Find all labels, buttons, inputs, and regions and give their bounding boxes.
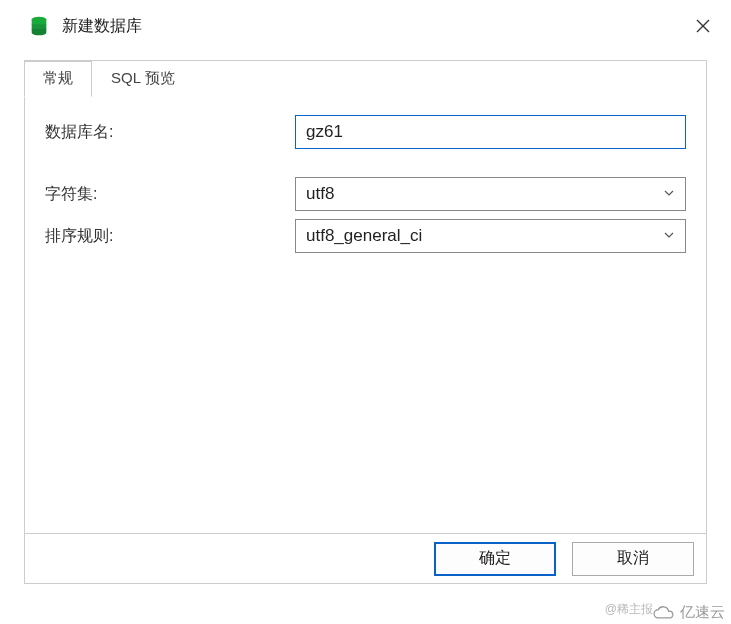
tabstrip: 常规 SQL 预览 bbox=[24, 60, 194, 96]
titlebar: 新建数据库 bbox=[0, 0, 731, 52]
watermark-brand: 亿速云 bbox=[650, 603, 725, 622]
database-icon bbox=[28, 15, 50, 37]
button-bar: 确定 取消 bbox=[25, 533, 706, 583]
label-charset: 字符集: bbox=[45, 184, 295, 205]
title-left: 新建数据库 bbox=[28, 15, 142, 37]
row-collation: 排序规则: utf8_general_ci bbox=[45, 219, 686, 253]
window-title: 新建数据库 bbox=[62, 16, 142, 37]
row-database-name: 数据库名: bbox=[45, 115, 686, 149]
close-icon[interactable] bbox=[693, 16, 713, 36]
charset-select[interactable]: utf8 bbox=[295, 177, 686, 211]
form-area: 数据库名: 字符集: utf8 排序规则: utf8_general_ci bbox=[25, 97, 706, 533]
cloud-icon bbox=[650, 604, 676, 622]
ok-button[interactable]: 确定 bbox=[434, 542, 556, 576]
tab-general[interactable]: 常规 bbox=[24, 61, 92, 97]
database-name-input[interactable] bbox=[295, 115, 686, 149]
label-database-name: 数据库名: bbox=[45, 122, 295, 143]
watermark-brand-text: 亿速云 bbox=[680, 603, 725, 622]
dialog-panel: 常规 SQL 预览 数据库名: 字符集: utf8 排序规则: bbox=[24, 60, 707, 584]
row-charset: 字符集: utf8 bbox=[45, 177, 686, 211]
charset-value: utf8 bbox=[306, 184, 334, 204]
collation-select[interactable]: utf8_general_ci bbox=[295, 219, 686, 253]
tab-sql-preview[interactable]: SQL 预览 bbox=[92, 61, 194, 97]
cancel-button[interactable]: 取消 bbox=[572, 542, 694, 576]
label-collation: 排序规则: bbox=[45, 226, 295, 247]
watermark-author: @稀主报 bbox=[605, 601, 653, 618]
collation-value: utf8_general_ci bbox=[306, 226, 422, 246]
chevron-down-icon bbox=[663, 226, 675, 246]
chevron-down-icon bbox=[663, 184, 675, 204]
